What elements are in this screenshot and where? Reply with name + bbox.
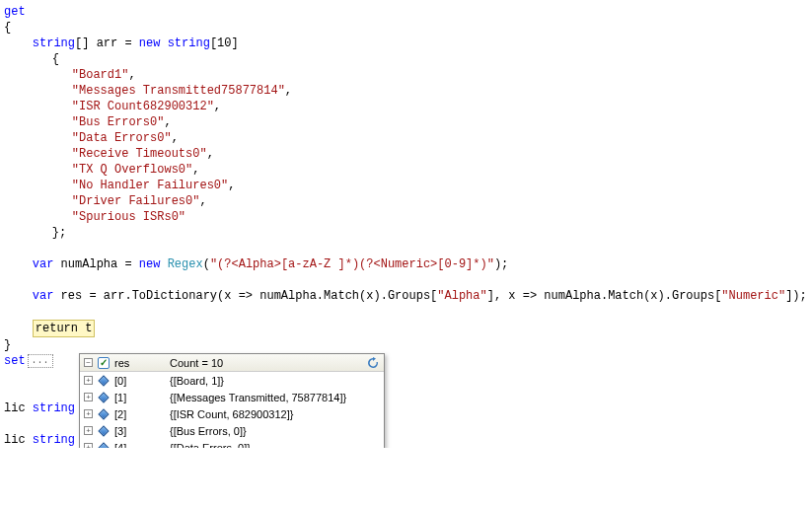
text: numAlpha = xyxy=(53,257,138,271)
string-literal: "Alpha" xyxy=(437,289,486,303)
text: res = arr.ToDictionary(x => numAlpha.Mat… xyxy=(53,289,437,303)
expand-icon[interactable]: + xyxy=(84,393,93,401)
comma: , xyxy=(214,100,221,113)
datatip-row[interactable]: +[3]{[Bus Errors, 0]} xyxy=(80,422,384,439)
variable-icon: ✓ xyxy=(97,356,111,370)
text: lic xyxy=(4,433,33,447)
datatip-row[interactable]: +[1]{[Messages Transmitted, 75877814]} xyxy=(80,389,384,405)
string-literal: "(?<Alpha>[a-zA-Z ]*)(?<Numeric>[0-9]*)" xyxy=(210,257,494,271)
item-value: {[Data Errors, 0]} xyxy=(170,442,380,449)
text: [] arr = xyxy=(75,36,139,50)
code-line: string[] arr = new string[10] xyxy=(0,36,812,51)
item-key: [3] xyxy=(114,425,170,437)
string-literal: "Driver Failures0" xyxy=(72,194,200,208)
field-icon xyxy=(97,407,111,421)
datatip-row[interactable]: +[0]{[Board, 1]} xyxy=(80,372,384,389)
keyword-string: string xyxy=(33,401,75,415)
code-line: "Spurious ISRs0" xyxy=(0,209,812,225)
string-literal: "Receive Timeouts0" xyxy=(72,147,207,161)
keyword-string: string xyxy=(33,433,75,447)
keyword-new: new xyxy=(139,36,161,50)
expand-icon[interactable]: + xyxy=(84,376,93,385)
item-value: {[Messages Transmitted, 75877814]} xyxy=(170,392,380,403)
comma: , xyxy=(172,131,179,145)
text: [10] xyxy=(210,36,239,50)
code-line: "Data Errors0", xyxy=(0,130,812,146)
string-literal: "Board1" xyxy=(72,68,129,82)
item-value: {[ISR Count, 682900312]} xyxy=(170,408,380,420)
expand-icon[interactable]: + xyxy=(84,409,93,418)
blank-line xyxy=(0,304,812,320)
item-key: [1] xyxy=(114,392,170,403)
keyword-get: get xyxy=(4,5,26,19)
item-key: [4] xyxy=(114,442,170,449)
var-value: Count = 10 xyxy=(170,357,362,369)
comma: , xyxy=(228,179,235,192)
code-line: } xyxy=(0,337,812,353)
collapse-ellipsis-icon[interactable]: ... xyxy=(28,354,53,368)
item-key: [2] xyxy=(114,408,170,420)
string-literal: "Spurious ISRs0" xyxy=(72,210,185,224)
comma: , xyxy=(207,147,214,161)
string-literal: "Numeric" xyxy=(721,289,785,303)
brace: } xyxy=(4,338,11,352)
comma: , xyxy=(164,115,171,129)
type-regex: Regex xyxy=(168,257,203,271)
field-icon xyxy=(97,374,111,388)
debugger-datatip[interactable]: − ✓ res Count = 10 +[0]{[Board, 1]}+[1]{… xyxy=(79,353,385,448)
code-line: get xyxy=(0,4,812,20)
keyword-string: string xyxy=(168,36,210,50)
keyword-var: var xyxy=(33,257,54,271)
code-line: }; xyxy=(0,225,812,241)
field-icon xyxy=(97,424,111,438)
code-line: var numAlpha = new Regex("(?<Alpha>[a-zA… xyxy=(0,256,812,272)
brace: { xyxy=(52,52,59,66)
string-literal: "Messages Transmitted75877814" xyxy=(72,84,285,98)
expand-icon[interactable]: + xyxy=(84,443,93,448)
datatip-row[interactable]: +[4]{[Data Errors, 0]} xyxy=(80,439,384,448)
code-line: "Bus Errors0", xyxy=(0,114,812,130)
var-name: res xyxy=(114,357,170,369)
code-line: "No Handler Failures0", xyxy=(0,178,812,193)
field-icon xyxy=(97,441,111,449)
highlighted-text[interactable]: return t xyxy=(33,320,96,337)
code-line: "ISR Count682900312", xyxy=(0,99,812,114)
comma: , xyxy=(128,68,135,82)
datatip-row[interactable]: +[2]{[ISR Count, 682900312]} xyxy=(80,405,384,422)
code-line: "Receive Timeouts0", xyxy=(0,146,812,162)
item-value: {[Board, 1]} xyxy=(170,375,380,387)
keyword-new: new xyxy=(139,257,161,271)
field-icon xyxy=(97,391,111,404)
code-line: "Driver Failures0", xyxy=(0,193,812,209)
text: ]); xyxy=(785,289,807,303)
expand-icon[interactable]: + xyxy=(84,426,93,435)
blank-line xyxy=(0,241,812,256)
keyword-var: var xyxy=(33,289,54,303)
text: lic xyxy=(4,401,33,415)
item-key: [0] xyxy=(114,375,170,387)
keyword-set: set xyxy=(4,354,26,368)
keyword-string: string xyxy=(33,36,75,50)
string-literal: "TX Q Overflows0" xyxy=(72,163,192,177)
code-line: var res = arr.ToDictionary(x => numAlpha… xyxy=(0,288,812,304)
string-literal: "No Handler Failures0" xyxy=(72,179,228,192)
string-literal: "Bus Errors0" xyxy=(72,115,165,129)
code-line: { xyxy=(0,20,812,36)
code-line: return t xyxy=(0,320,812,337)
code-line: { xyxy=(0,51,812,67)
text: ], x => numAlpha.Match(x).Groups[ xyxy=(487,289,722,303)
string-literal: "Data Errors0" xyxy=(72,131,172,145)
brace: { xyxy=(4,21,11,35)
item-value: {[Bus Errors, 0]} xyxy=(170,425,380,437)
refresh-icon[interactable] xyxy=(366,356,380,370)
text: }; xyxy=(52,226,66,240)
comma: , xyxy=(285,84,292,98)
collapse-icon[interactable]: − xyxy=(84,358,93,367)
comma: , xyxy=(199,194,206,208)
code-line: "TX Q Overflows0", xyxy=(0,162,812,178)
datatip-header[interactable]: − ✓ res Count = 10 xyxy=(80,354,384,372)
blank-line xyxy=(0,272,812,288)
string-literal: "ISR Count682900312" xyxy=(72,100,214,113)
code-line: "Messages Transmitted75877814", xyxy=(0,83,812,99)
comma: , xyxy=(192,163,199,177)
